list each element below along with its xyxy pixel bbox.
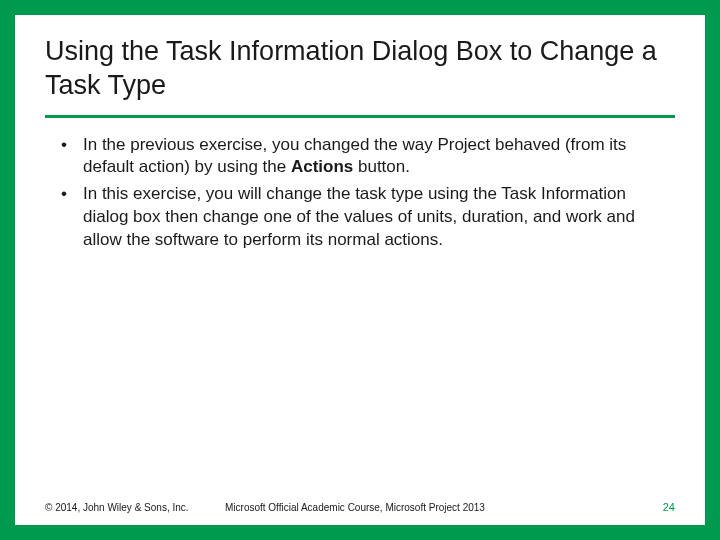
bullet-list: In the previous exercise, you changed th… <box>45 134 675 253</box>
bullet-text-post: button. <box>353 157 410 176</box>
list-item: In the previous exercise, you changed th… <box>55 134 675 180</box>
footer-copyright: © 2014, John Wiley & Sons, Inc. <box>45 502 225 513</box>
list-item: In this exercise, you will change the ta… <box>55 183 675 252</box>
footer-course: Microsoft Official Academic Course, Micr… <box>225 502 645 513</box>
slide: Using the Task Information Dialog Box to… <box>15 15 705 525</box>
bullet-text-pre: In this exercise, you will change the ta… <box>83 184 635 249</box>
bullet-text-bold: Actions <box>291 157 353 176</box>
slide-footer: © 2014, John Wiley & Sons, Inc. Microsof… <box>45 501 675 513</box>
slide-title: Using the Task Information Dialog Box to… <box>45 35 675 118</box>
slide-body: In the previous exercise, you changed th… <box>45 134 675 502</box>
footer-page-number: 24 <box>645 501 675 513</box>
